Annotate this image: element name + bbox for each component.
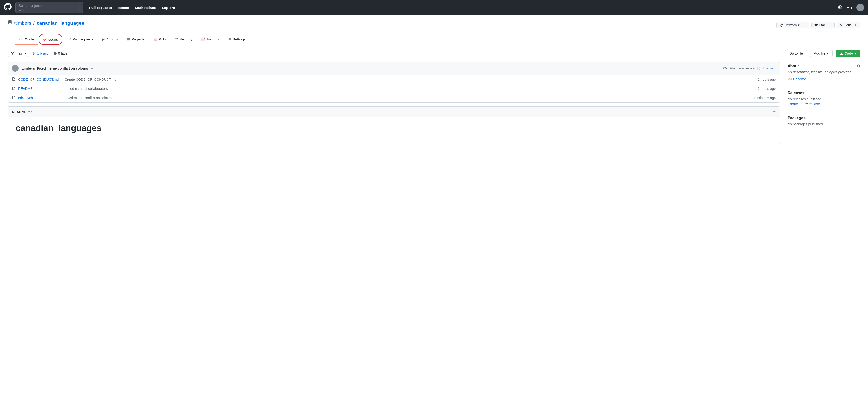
watch-button[interactable]: Unwatch ▾ 2: [776, 22, 809, 28]
branch-count-info: 1 branch: [32, 51, 51, 55]
topnav-pull-requests[interactable]: Pull requests: [89, 6, 112, 10]
repo-sidebar: About ⚙ No description, website, or topi…: [787, 62, 860, 144]
tab-insights-label: Insights: [207, 37, 219, 41]
readme-link[interactable]: Readme: [793, 77, 806, 81]
wiki-icon: 📖: [153, 37, 157, 41]
releases-text: No releases published: [787, 97, 860, 101]
branch-count-link[interactable]: 1 branch: [37, 51, 51, 55]
tab-issues[interactable]: ⊙ Issues: [39, 34, 62, 45]
pr-icon: ⎇: [67, 37, 71, 41]
file-time: 2 hours ago: [758, 87, 776, 91]
fork-button[interactable]: Fork 0: [837, 22, 860, 28]
tab-settings-label: Settings: [233, 37, 246, 41]
tab-pull-requests[interactable]: ⎇ Pull requests: [63, 34, 97, 45]
about-description: No description, website, or topics provi…: [787, 70, 860, 74]
tab-pr-label: Pull requests: [72, 37, 93, 41]
commit-text: Fixed merge conflict on colours: [37, 66, 88, 70]
create-release-link[interactable]: Create a new release: [787, 102, 820, 106]
security-icon: 🛡: [175, 37, 178, 41]
user-avatar[interactable]: [857, 4, 864, 11]
notification-button[interactable]: [838, 5, 843, 11]
github-logo[interactable]: [4, 3, 11, 12]
commit-time: 3 minutes ago: [737, 67, 755, 70]
book-icon: 📖: [787, 77, 792, 81]
add-file-button[interactable]: Add file ▾: [810, 50, 833, 57]
readme-section: README.md ✏ canadian_languages: [8, 107, 780, 144]
packages-text: No packages published: [787, 122, 860, 126]
readme-repo-title: canadian_languages: [16, 123, 772, 136]
commit-author[interactable]: ttimbers: [22, 66, 35, 70]
repo-header: ttimbers / canadian_languages Unwatch ▾ …: [0, 15, 868, 45]
readme-title: README.md: [12, 110, 33, 114]
branch-selector[interactable]: main ▾: [8, 50, 29, 57]
commit-hash-link[interactable]: 22cd96a: [722, 67, 735, 70]
file-name[interactable]: README.md: [18, 87, 62, 91]
search-box[interactable]: Search or jump to... /: [16, 2, 83, 13]
tag-count-info: 0 tags: [53, 51, 67, 55]
table-row: README.md added name of collaborators 2 …: [8, 84, 780, 93]
commit-author-avatar: [12, 65, 19, 72]
plus-button[interactable]: + ▾: [846, 5, 852, 10]
code-icon: <>: [20, 37, 23, 41]
file-rows: CODE_OF_CONDUCT.md Create CODE_OF_CONDUC…: [8, 75, 780, 102]
tab-projects[interactable]: ▦ Projects: [123, 34, 149, 45]
commit-dots[interactable]: ···: [91, 66, 94, 70]
code-btn-label: Code: [844, 51, 853, 55]
main-container: ttimbers / canadian_languages Unwatch ▾ …: [0, 15, 868, 412]
goto-file-label: Go to file: [789, 51, 803, 55]
topnav-explore[interactable]: Explore: [162, 6, 175, 10]
about-title: About: [787, 64, 799, 68]
file-time: 2 hours ago: [758, 78, 776, 82]
repo-owner[interactable]: ttimbers: [14, 20, 31, 26]
file-commit-msg: Fixed merge conflict on colours: [65, 96, 751, 100]
topnav-right: + ▾: [838, 4, 864, 11]
branch-chevron: ▾: [25, 51, 26, 55]
tab-actions[interactable]: ▶ Actions: [98, 34, 122, 45]
repo-tabs: <> Code ⊙ Issues ⎇ Pull requests ▶ Actio…: [8, 34, 860, 45]
branch-bar: main ▾ 1 branch 0 tags Go to file Add fi…: [0, 45, 868, 62]
readme-edit-button[interactable]: ✏: [773, 110, 776, 114]
repo-action-buttons: Unwatch ▾ 2 Star 0 Fork 0: [776, 22, 860, 28]
star-button[interactable]: Star 0: [811, 22, 835, 28]
tab-issues-label: Issues: [48, 37, 58, 41]
topnav-links: Pull requests Issues Marketplace Explore: [89, 6, 175, 10]
tab-security[interactable]: 🛡 Security: [171, 34, 196, 45]
sidebar-releases: Releases No releases published Create a …: [787, 91, 860, 106]
repo-main: ttimbers Fixed merge conflict on colours…: [8, 62, 780, 144]
releases-title: Releases: [787, 91, 804, 95]
star-count: 0: [828, 23, 831, 27]
commit-meta: 22cd96a 3 minutes ago 🕐 8 commits: [722, 67, 776, 70]
sidebar-packages: Packages No packages published: [787, 116, 860, 126]
svg-point-2: [14, 66, 17, 68]
repo-icon: [8, 20, 12, 26]
file-name[interactable]: CODE_OF_CONDUCT.md: [18, 78, 62, 82]
file-commit-msg: Create CODE_OF_CONDUCT.md: [65, 78, 755, 82]
goto-file-button[interactable]: Go to file: [785, 50, 807, 57]
code-button[interactable]: Code ▾: [836, 50, 860, 57]
star-label: Star: [819, 23, 825, 27]
commits-count-link[interactable]: 8 commits: [763, 67, 776, 70]
file-name[interactable]: eda.ipynb: [18, 96, 62, 100]
repo-content: ttimbers Fixed merge conflict on colours…: [0, 62, 868, 152]
gear-icon[interactable]: ⚙: [857, 64, 860, 68]
repo-name[interactable]: canadian_languages: [37, 20, 84, 26]
tab-code[interactable]: <> Code: [16, 34, 38, 45]
breadcrumb: ttimbers / canadian_languages: [8, 20, 84, 26]
tab-insights[interactable]: 📈 Insights: [197, 34, 223, 45]
tab-actions-label: Actions: [106, 37, 118, 41]
tab-wiki[interactable]: 📖 Wiki: [149, 34, 169, 45]
topnav-issues[interactable]: Issues: [118, 6, 129, 10]
sidebar-divider-2: [787, 112, 860, 112]
issue-icon: ⊙: [43, 37, 46, 41]
topnav-marketplace[interactable]: Marketplace: [135, 6, 156, 10]
packages-title: Packages: [787, 116, 806, 120]
svg-point-1: [858, 8, 863, 11]
svg-point-3: [13, 69, 18, 72]
file-commit-msg: added name of collaborators: [65, 87, 755, 91]
topnav: Search or jump to... / Pull requests Iss…: [0, 0, 868, 15]
tab-settings[interactable]: ⚙ Settings: [224, 34, 250, 45]
file-icon: [12, 87, 15, 91]
tab-security-label: Security: [180, 37, 192, 41]
file-time: 3 minutes ago: [754, 96, 776, 100]
readme-header: README.md ✏: [8, 107, 780, 117]
